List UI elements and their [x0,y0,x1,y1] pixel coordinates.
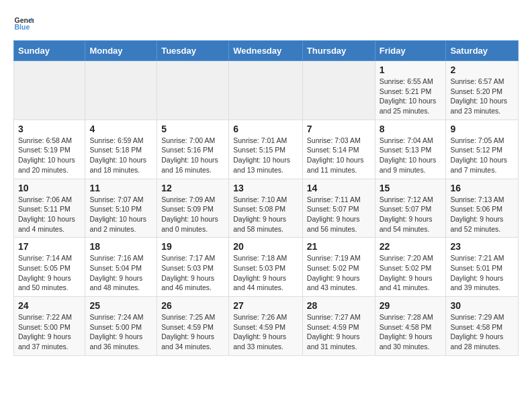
calendar-cell: 5Sunrise: 7:00 AMSunset: 5:16 PMDaylight… [157,120,229,179]
day-number: 13 [233,183,298,193]
day-info: Sunrise: 7:12 AMSunset: 5:07 PMDaylight:… [380,195,442,234]
calendar-cell: 23Sunrise: 7:21 AMSunset: 5:01 PMDayligh… [446,238,519,297]
calendar-cell: 25Sunrise: 7:24 AMSunset: 5:00 PMDayligh… [85,297,157,356]
calendar-cell: 19Sunrise: 7:17 AMSunset: 5:03 PMDayligh… [157,238,229,297]
calendar-cell: 29Sunrise: 7:28 AMSunset: 4:58 PMDayligh… [375,297,446,356]
calendar-cell [14,61,85,120]
day-info: Sunrise: 7:05 AMSunset: 5:12 PMDaylight:… [450,136,514,175]
calendar-cell: 6Sunrise: 7:01 AMSunset: 5:15 PMDaylight… [229,120,303,179]
calendar-cell: 13Sunrise: 7:10 AMSunset: 5:08 PMDayligh… [229,179,303,238]
calendar-cell: 14Sunrise: 7:11 AMSunset: 5:07 PMDayligh… [302,179,375,238]
day-info: Sunrise: 7:07 AMSunset: 5:10 PMDaylight:… [89,195,152,234]
day-number: 8 [380,124,442,134]
svg-text:Blue: Blue [15,23,30,31]
day-number: 4 [89,124,152,134]
day-info: Sunrise: 6:55 AMSunset: 5:21 PMDaylight:… [380,77,442,116]
day-number: 30 [450,300,514,311]
day-info: Sunrise: 7:03 AMSunset: 5:14 PMDaylight:… [307,136,371,175]
day-number: 2 [450,64,514,75]
calendar-cell: 18Sunrise: 7:16 AMSunset: 5:04 PMDayligh… [85,238,157,297]
calendar-cell [302,61,375,120]
calendar-cell: 2Sunrise: 6:57 AMSunset: 5:20 PMDaylight… [446,61,519,120]
calendar-cell [157,61,229,120]
day-number: 10 [18,183,81,193]
day-number: 17 [18,241,81,252]
day-info: Sunrise: 6:59 AMSunset: 5:18 PMDaylight:… [89,136,152,175]
day-info: Sunrise: 6:57 AMSunset: 5:20 PMDaylight:… [450,77,514,116]
column-header-monday: Monday [85,41,157,61]
day-info: Sunrise: 7:06 AMSunset: 5:11 PMDaylight:… [18,195,81,234]
day-number: 28 [307,300,371,311]
calendar-cell: 1Sunrise: 6:55 AMSunset: 5:21 PMDaylight… [375,61,446,120]
calendar-cell: 11Sunrise: 7:07 AMSunset: 5:10 PMDayligh… [85,179,157,238]
day-info: Sunrise: 7:11 AMSunset: 5:07 PMDaylight:… [307,195,371,234]
column-header-tuesday: Tuesday [157,41,229,61]
day-number: 11 [89,183,152,193]
calendar-table: SundayMondayTuesdayWednesdayThursdayFrid… [13,40,519,356]
logo: General Blue [13,13,34,34]
calendar-cell: 26Sunrise: 7:25 AMSunset: 4:59 PMDayligh… [157,297,229,356]
column-header-friday: Friday [375,41,446,61]
calendar-cell: 24Sunrise: 7:22 AMSunset: 5:00 PMDayligh… [14,297,85,356]
day-number: 21 [307,241,371,252]
calendar-cell: 12Sunrise: 7:09 AMSunset: 5:09 PMDayligh… [157,179,229,238]
day-info: Sunrise: 7:18 AMSunset: 5:03 PMDaylight:… [233,253,298,293]
day-number: 19 [161,241,224,252]
day-info: Sunrise: 7:25 AMSunset: 4:59 PMDaylight:… [161,312,224,352]
calendar-cell: 17Sunrise: 7:14 AMSunset: 5:05 PMDayligh… [14,238,85,297]
day-number: 12 [161,183,224,193]
calendar-header-row: SundayMondayTuesdayWednesdayThursdayFrid… [14,41,519,61]
calendar-cell: 10Sunrise: 7:06 AMSunset: 5:11 PMDayligh… [14,179,85,238]
calendar-week-row: 10Sunrise: 7:06 AMSunset: 5:11 PMDayligh… [14,179,519,238]
day-info: Sunrise: 7:16 AMSunset: 5:04 PMDaylight:… [89,253,152,293]
calendar-cell: 15Sunrise: 7:12 AMSunset: 5:07 PMDayligh… [375,179,446,238]
day-number: 9 [450,124,514,134]
calendar-cell: 27Sunrise: 7:26 AMSunset: 4:59 PMDayligh… [229,297,303,356]
day-number: 25 [89,300,152,311]
day-number: 24 [18,300,81,311]
calendar-cell: 9Sunrise: 7:05 AMSunset: 5:12 PMDaylight… [446,120,519,179]
day-info: Sunrise: 7:27 AMSunset: 4:59 PMDaylight:… [307,312,371,352]
day-number: 23 [450,241,514,252]
calendar-cell: 21Sunrise: 7:19 AMSunset: 5:02 PMDayligh… [302,238,375,297]
calendar-cell: 28Sunrise: 7:27 AMSunset: 4:59 PMDayligh… [302,297,375,356]
calendar-cell: 22Sunrise: 7:20 AMSunset: 5:02 PMDayligh… [375,238,446,297]
calendar-cell [229,61,303,120]
day-number: 26 [161,300,224,311]
day-info: Sunrise: 7:00 AMSunset: 5:16 PMDaylight:… [161,136,224,175]
day-info: Sunrise: 7:29 AMSunset: 4:58 PMDaylight:… [450,312,514,352]
day-number: 1 [380,64,442,75]
column-header-thursday: Thursday [302,41,375,61]
day-info: Sunrise: 7:19 AMSunset: 5:02 PMDaylight:… [307,253,371,293]
day-info: Sunrise: 7:01 AMSunset: 5:15 PMDaylight:… [233,136,298,175]
day-info: Sunrise: 7:17 AMSunset: 5:03 PMDaylight:… [161,253,224,293]
calendar-cell: 4Sunrise: 6:59 AMSunset: 5:18 PMDaylight… [85,120,157,179]
calendar-week-row: 24Sunrise: 7:22 AMSunset: 5:00 PMDayligh… [14,297,519,356]
calendar-cell: 8Sunrise: 7:04 AMSunset: 5:13 PMDaylight… [375,120,446,179]
day-number: 15 [380,183,442,193]
day-info: Sunrise: 7:20 AMSunset: 5:02 PMDaylight:… [380,253,442,293]
day-info: Sunrise: 7:26 AMSunset: 4:59 PMDaylight:… [233,312,298,352]
day-info: Sunrise: 6:58 AMSunset: 5:19 PMDaylight:… [18,136,81,175]
calendar-week-row: 1Sunrise: 6:55 AMSunset: 5:21 PMDaylight… [14,61,519,120]
day-number: 6 [233,124,298,134]
day-info: Sunrise: 7:13 AMSunset: 5:06 PMDaylight:… [450,195,514,234]
day-number: 18 [89,241,152,252]
logo-icon: General Blue [13,13,34,34]
day-number: 29 [380,300,442,311]
day-number: 22 [380,241,442,252]
calendar-cell: 30Sunrise: 7:29 AMSunset: 4:58 PMDayligh… [446,297,519,356]
calendar-cell: 20Sunrise: 7:18 AMSunset: 5:03 PMDayligh… [229,238,303,297]
day-info: Sunrise: 7:04 AMSunset: 5:13 PMDaylight:… [380,136,442,175]
day-number: 20 [233,241,298,252]
calendar-week-row: 17Sunrise: 7:14 AMSunset: 5:05 PMDayligh… [14,238,519,297]
day-info: Sunrise: 7:10 AMSunset: 5:08 PMDaylight:… [233,195,298,234]
day-info: Sunrise: 7:28 AMSunset: 4:58 PMDaylight:… [380,312,442,352]
day-number: 5 [161,124,224,134]
day-number: 27 [233,300,298,311]
day-info: Sunrise: 7:24 AMSunset: 5:00 PMDaylight:… [89,312,152,352]
calendar-cell: 16Sunrise: 7:13 AMSunset: 5:06 PMDayligh… [446,179,519,238]
day-info: Sunrise: 7:09 AMSunset: 5:09 PMDaylight:… [161,195,224,234]
day-number: 7 [307,124,371,134]
calendar-week-row: 3Sunrise: 6:58 AMSunset: 5:19 PMDaylight… [14,120,519,179]
